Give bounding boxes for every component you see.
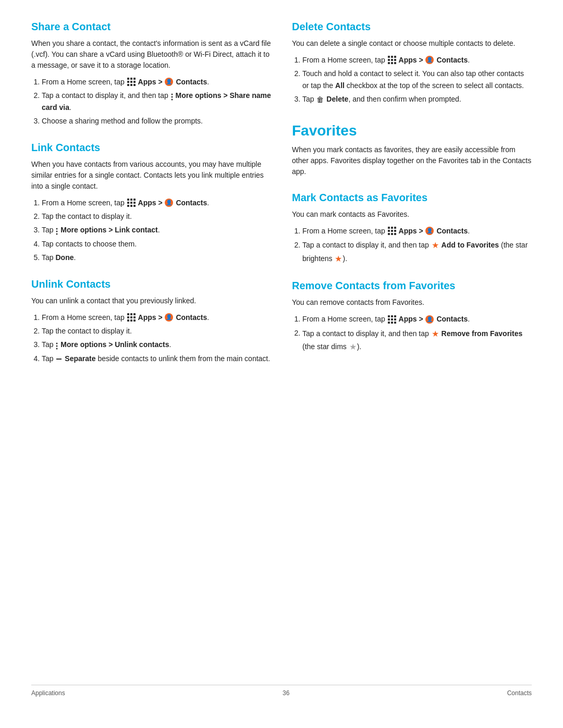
svg-rect-1 [130,78,132,80]
list-item: Tap a contact to display it, and then ta… [42,90,271,113]
svg-rect-53 [394,233,396,235]
svg-point-21 [56,228,58,229]
svg-point-33 [56,342,58,344]
list-item: From a Home screen, tap [42,312,271,323]
mark-favorites-title: Mark Contacts as Favorites [292,192,532,204]
svg-rect-4 [130,81,132,83]
star-filled-icon: ★ [432,239,439,252]
svg-rect-40 [391,59,393,61]
apps-label: Apps > [138,78,163,86]
svg-rect-36 [388,56,390,58]
svg-point-35 [56,348,58,349]
unlink-step3-text: More options > Unlink contacts [60,340,169,349]
svg-point-10 [171,96,173,97]
mark-favorites-steps: From a Home screen, tap [302,225,532,266]
remove-favorites-steps: From a Home screen, tap [302,313,532,354]
page-footer: Applications 36 Contacts [31,685,532,697]
star-remove-icon: ★ [432,327,439,341]
svg-point-11 [171,98,173,100]
svg-point-34 [56,345,58,347]
main-content: Share a Contact When you share a contact… [31,21,532,685]
apps-icon [127,313,136,322]
apps-label: Apps > [138,199,163,207]
apps-label: Apps > [399,56,423,64]
contacts-app-icon: 👤 [165,313,173,322]
svg-rect-59 [394,318,396,320]
svg-rect-24 [127,313,129,315]
svg-rect-47 [394,227,396,229]
list-item: Tap More options > Unlink contacts. [42,339,271,350]
svg-rect-28 [130,316,132,318]
list-item: Tap contacts to choose them. [42,238,271,250]
svg-rect-30 [127,319,129,322]
svg-rect-5 [133,81,136,83]
list-item: Tap the contact to display it. [42,211,271,222]
page: Share a Contact When you share a contact… [0,0,563,728]
svg-rect-43 [391,62,393,64]
svg-rect-51 [388,233,390,235]
link-contacts-title: Link Contacts [31,142,271,154]
contacts-label: Contacts [176,199,207,207]
list-item: From a Home screen, tap [302,313,532,325]
list-item: Tap a contact to display it, and then ta… [302,327,532,354]
list-item: From a Home screen, tap [42,197,271,208]
list-item: Tap Done. [42,252,271,263]
contacts-app-icon: 👤 [165,199,173,207]
svg-rect-60 [388,322,390,324]
svg-rect-41 [394,59,396,61]
svg-rect-15 [127,202,129,204]
svg-rect-49 [391,230,393,232]
svg-rect-13 [130,199,132,201]
svg-rect-39 [388,59,390,61]
apps-label: Apps > [138,313,163,322]
svg-rect-50 [394,230,396,232]
svg-rect-61 [391,322,393,324]
contacts-label: Contacts [436,227,468,235]
link-contacts-intro: When you have contacts from various acco… [31,159,271,192]
list-item: Tap the contact to display it. [42,325,271,337]
svg-rect-42 [388,62,390,64]
contacts-label: Contacts [436,315,468,323]
svg-rect-16 [130,202,132,204]
apps-icon [388,227,396,235]
apps-label: Apps > [399,315,423,323]
delete-contacts-intro: You can delete a single contact or choos… [292,38,532,49]
svg-rect-27 [127,316,129,318]
more-options-icon [171,92,173,100]
minus-icon [56,359,62,360]
remove-favorites-intro: You can remove contacts from Favorites. [292,297,532,308]
svg-rect-20 [133,205,136,207]
share-contact-title: Share a Contact [31,21,271,33]
more-options-icon [56,227,58,234]
svg-rect-32 [133,319,136,322]
svg-rect-29 [133,316,136,318]
svg-rect-26 [133,313,136,315]
delete-contacts-steps: From a Home screen, tap [302,54,532,106]
list-item: Choose a sharing method and follow the p… [42,115,271,127]
svg-point-23 [56,233,58,235]
svg-rect-62 [394,322,396,324]
svg-rect-25 [130,313,132,315]
apps-icon [388,315,396,324]
svg-rect-55 [391,315,393,317]
svg-point-9 [171,93,173,95]
favorites-title: Favorites [292,122,532,139]
delete-contacts-title: Delete Contacts [292,21,532,33]
share-step2-text: More options > Share name card via [42,91,271,111]
list-item: Touch and hold a contact to select it. Y… [302,68,532,91]
svg-rect-31 [130,319,132,322]
footer-center: 36 [283,689,289,697]
contacts-app-icon: 👤 [425,56,434,64]
svg-point-22 [56,230,58,232]
left-column: Share a Contact When you share a contact… [31,21,271,685]
svg-rect-44 [394,62,396,64]
trash-icon: 🗑 [316,94,324,105]
apps-icon [127,78,136,86]
svg-rect-8 [133,84,136,86]
share-contact-steps: From a Home screen, tap [42,76,271,127]
svg-rect-6 [127,84,129,86]
svg-rect-56 [394,315,396,317]
contacts-label: Contacts [176,313,207,322]
link-contacts-steps: From a Home screen, tap [42,197,271,264]
apps-icon [388,56,396,64]
